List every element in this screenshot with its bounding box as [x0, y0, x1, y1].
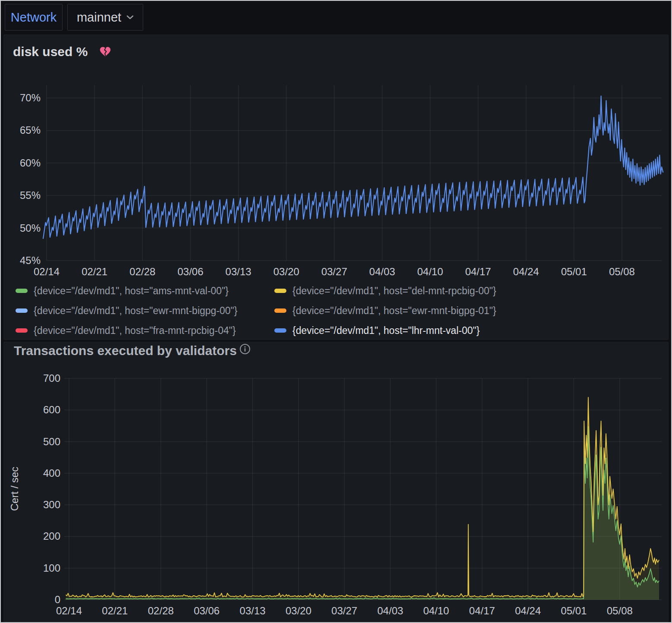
legend-item-del-mnt-rpcbig-00[interactable]: {device="/dev/md1", host="del-mnt-rpcbig…	[274, 285, 496, 297]
svg-text:02/28: 02/28	[129, 266, 155, 277]
svg-text:200: 200	[43, 530, 60, 542]
svg-text:400: 400	[43, 467, 60, 479]
svg-text:04/10: 04/10	[417, 266, 443, 277]
series-yellow	[66, 397, 659, 597]
info-icon[interactable]	[239, 343, 251, 355]
network-variable-label: Network	[11, 10, 57, 25]
svg-text:05/08: 05/08	[609, 266, 635, 277]
panel-transactions: Transactions executed by validators 0100…	[3, 342, 669, 622]
svg-text:04/24: 04/24	[515, 605, 541, 617]
disk-used-legend: {device="/dev/md1", host="ams-mnt-val-00…	[16, 281, 496, 340]
grafana-dashboard: Network mainnet disk used % 45%50%55%60%…	[0, 0, 672, 623]
series-fill-0	[66, 397, 659, 600]
svg-text:03/06: 03/06	[194, 605, 220, 617]
legend-swatch	[16, 308, 28, 313]
legend-label: {device="/dev/md1", host="ewr-mnt-bigpg-…	[292, 305, 496, 317]
legend-label: {device="/dev/md1", host="fra-mnt-rpcbig…	[34, 325, 236, 337]
svg-text:65%: 65%	[20, 124, 41, 136]
series-lhr-mnt-val-00	[43, 96, 663, 239]
svg-text:60%: 60%	[20, 157, 41, 169]
network-variable-value[interactable]: mainnet	[77, 10, 121, 25]
legend-label: {device="/dev/md1", host="del-mnt-rpcbig…	[292, 285, 496, 297]
legend-label: {device="/dev/md1", host="ams-mnt-val-00…	[34, 285, 229, 297]
network-variable-select[interactable]: mainnet	[67, 4, 143, 31]
svg-text:03/27: 03/27	[331, 605, 357, 617]
svg-text:04/24: 04/24	[513, 266, 539, 277]
network-variable-label-box: Network	[5, 4, 63, 31]
svg-text:02/21: 02/21	[102, 605, 128, 617]
svg-text:02/28: 02/28	[148, 605, 174, 617]
svg-text:500: 500	[43, 436, 60, 447]
legend-item-ewr-mnt-bigpg-00[interactable]: {device="/dev/md1", host="ewr-mnt-bigpg-…	[16, 305, 274, 317]
y-axis-title: Cert / sec	[9, 467, 20, 511]
axis-labels: 45%50%55%60%65%70%02/1402/2102/2803/0603…	[20, 92, 635, 277]
grid	[64, 378, 662, 600]
svg-text:04/10: 04/10	[423, 605, 449, 617]
series-green	[66, 426, 659, 599]
svg-text:03/27: 03/27	[321, 266, 347, 277]
svg-text:100: 100	[43, 562, 60, 574]
svg-text:02/14: 02/14	[56, 605, 82, 617]
svg-text:03/20: 03/20	[273, 266, 299, 277]
series-fill-1	[66, 426, 659, 600]
svg-text:600: 600	[43, 404, 60, 415]
svg-text:04/17: 04/17	[469, 605, 495, 617]
svg-text:04/03: 04/03	[377, 605, 403, 617]
svg-text:04/03: 04/03	[369, 266, 395, 277]
legend-item-ams-mnt-val-00[interactable]: {device="/dev/md1", host="ams-mnt-val-00…	[16, 285, 274, 297]
svg-text:03/13: 03/13	[240, 605, 266, 617]
svg-text:300: 300	[43, 499, 60, 510]
legend-label: {device="/dev/md1", host="ewr-mnt-bigpg-…	[34, 305, 237, 317]
svg-text:05/01: 05/01	[561, 605, 587, 617]
svg-text:02/21: 02/21	[82, 266, 107, 277]
legend-swatch	[274, 328, 286, 333]
svg-text:04/17: 04/17	[465, 266, 491, 277]
axis-labels: 010020030040050060070002/1402/2102/2803/…	[9, 372, 633, 617]
svg-text:02/14: 02/14	[34, 266, 60, 277]
svg-text:03/06: 03/06	[177, 266, 203, 277]
grid	[47, 85, 662, 261]
legend-swatch	[274, 289, 286, 293]
legend-swatch	[274, 308, 286, 313]
svg-text:45%: 45%	[20, 255, 41, 266]
legend-label: {device="/dev/md1", host="lhr-mnt-val-00…	[292, 325, 480, 337]
svg-text:03/13: 03/13	[226, 266, 251, 277]
legend-swatch	[16, 289, 28, 293]
svg-text:50%: 50%	[20, 222, 41, 234]
disk-used-chart[interactable]: 45%50%55%60%65%70%02/1402/2102/2803/0603…	[1, 35, 672, 283]
svg-text:55%: 55%	[20, 189, 41, 201]
svg-text:700: 700	[43, 372, 60, 384]
legend-item-fra-mnt-rpcbig-04[interactable]: {device="/dev/md1", host="fra-mnt-rpcbig…	[16, 325, 274, 337]
legend-item-lhr-mnt-val-00[interactable]: {device="/dev/md1", host="lhr-mnt-val-00…	[274, 325, 496, 337]
panel-transactions-title[interactable]: Transactions executed by validators	[14, 343, 237, 358]
svg-text:0: 0	[55, 594, 60, 605]
svg-text:05/08: 05/08	[607, 605, 633, 617]
svg-text:03/20: 03/20	[286, 605, 311, 617]
svg-text:05/01: 05/01	[561, 266, 587, 277]
transactions-chart[interactable]: 010020030040050060070002/1402/2102/2803/…	[1, 361, 672, 623]
svg-text:70%: 70%	[20, 92, 41, 104]
legend-item-ewr-mnt-bigpg-01[interactable]: {device="/dev/md1", host="ewr-mnt-bigpg-…	[274, 305, 496, 317]
panel-disk-used: disk used % 45%50%55%60%65%70%02/1402/21…	[3, 35, 669, 340]
chevron-down-icon	[126, 15, 134, 19]
legend-swatch	[16, 328, 28, 333]
